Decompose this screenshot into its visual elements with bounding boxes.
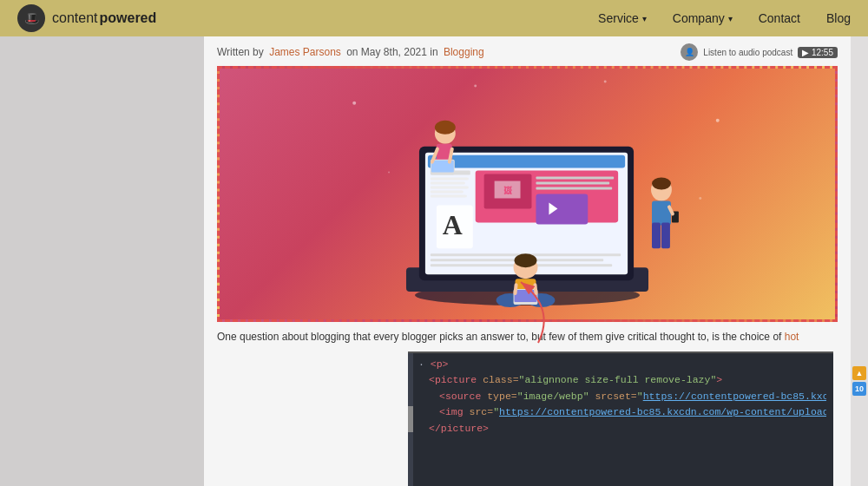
logo-icon: 🎩	[17, 4, 45, 32]
nav-company[interactable]: Company ▾	[673, 11, 733, 25]
hero-illustration: 🖼 A	[220, 69, 835, 319]
nav-service[interactable]: Service ▾	[598, 11, 647, 25]
devtools-scrollbar[interactable]	[408, 353, 413, 486]
svg-rect-43	[652, 222, 661, 248]
svg-text:A: A	[443, 210, 463, 240]
warning-badge: ▲	[852, 366, 866, 380]
main-nav: Service ▾ Company ▾ Contact Blog	[598, 11, 851, 25]
svg-rect-19	[431, 178, 469, 181]
chevron-down-icon: ▾	[642, 14, 647, 23]
dt-line-5: </picture>	[418, 421, 826, 437]
dt-line-2: <picture class="alignnone size-full remo…	[418, 372, 826, 388]
main-area: Written by James Parsons on May 8th, 202…	[0, 36, 868, 486]
dt-line-4: <img src="https://contentpowered-bc85.kx…	[418, 404, 826, 420]
right-gutter: ▲ 10	[851, 36, 868, 486]
svg-rect-20	[431, 182, 465, 185]
nav-blog[interactable]: Blog	[826, 11, 851, 25]
svg-point-5	[699, 197, 701, 200]
svg-rect-28	[536, 187, 612, 190]
svg-rect-27	[536, 182, 609, 185]
excerpt-link[interactable]: hot	[785, 331, 799, 343]
hero-image: 🖼 A	[217, 66, 838, 322]
devtools-content: · <p> <picture class="alignnone size-ful…	[408, 353, 833, 440]
svg-rect-22	[431, 191, 464, 194]
left-gutter	[0, 36, 204, 486]
svg-rect-10	[428, 155, 625, 168]
logo-text: contentpowered	[52, 10, 156, 26]
svg-point-45	[652, 178, 671, 190]
info-badge: 10	[852, 382, 866, 396]
devtools-panel: · <p> <picture class="alignnone size-ful…	[408, 351, 833, 486]
svg-point-2	[474, 84, 477, 87]
nav-contact[interactable]: Contact	[759, 11, 800, 25]
svg-point-36	[435, 121, 456, 135]
dt-line-1: · <p>	[418, 357, 826, 372]
svg-point-52	[515, 253, 537, 267]
chevron-down-icon: ▾	[728, 14, 733, 23]
logo[interactable]: 🎩 contentpowered	[17, 4, 156, 32]
dt-line-3: <source type="image/webp" srcset="https:…	[418, 389, 826, 404]
svg-line-56	[535, 285, 536, 293]
author-link[interactable]: James Parsons	[269, 46, 341, 58]
post-excerpt: One question about blogging that every b…	[204, 322, 851, 345]
site-header: 🎩 contentpowered Service ▾ Company ▾ Con…	[0, 0, 868, 36]
avatar: 👤	[681, 43, 698, 61]
svg-point-0	[352, 102, 356, 105]
post-meta: Written by James Parsons on May 8th, 202…	[204, 36, 851, 66]
svg-point-3	[604, 80, 607, 82]
svg-rect-26	[536, 177, 614, 180]
category-link[interactable]: Blogging	[444, 46, 484, 58]
svg-rect-23	[431, 194, 467, 197]
svg-point-4	[388, 172, 390, 174]
svg-rect-44	[661, 222, 670, 248]
svg-rect-21	[431, 187, 469, 189]
post-attribution: Written by James Parsons on May 8th, 202…	[217, 46, 484, 58]
svg-text:🖼: 🖼	[503, 186, 512, 195]
svg-rect-29	[536, 194, 588, 225]
svg-rect-42	[652, 200, 671, 225]
excerpt-text: One question about blogging that every b…	[217, 331, 785, 343]
center-content: Written by James Parsons on May 8th, 202…	[204, 36, 851, 486]
svg-line-55	[516, 285, 516, 293]
devtools-scrollbar-thumb[interactable]	[408, 406, 413, 432]
play-button[interactable]: ▶ 12:55	[798, 47, 838, 58]
audio-label: Listen to audio podcast	[703, 48, 792, 57]
svg-point-1	[716, 119, 720, 122]
audio-controls: 👤 Listen to audio podcast ▶ 12:55	[681, 43, 838, 61]
svg-rect-54	[515, 290, 537, 302]
